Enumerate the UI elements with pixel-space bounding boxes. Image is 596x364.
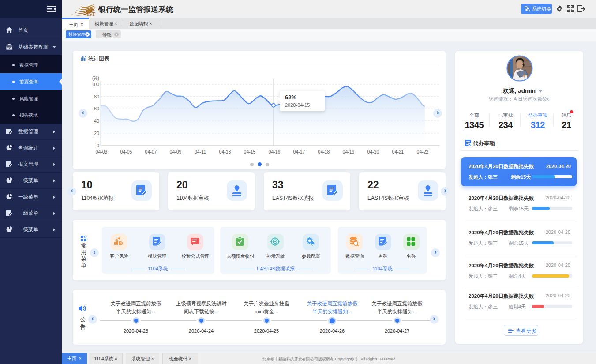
svg-text:IST: IST bbox=[87, 11, 95, 16]
